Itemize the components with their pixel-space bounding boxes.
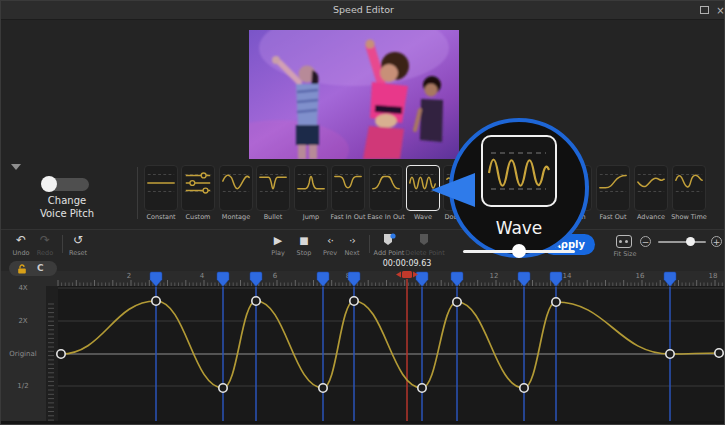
keyframe-marker[interactable] <box>416 272 428 287</box>
keyframe-marker[interactable] <box>518 272 530 287</box>
curve-control-point[interactable] <box>453 298 461 306</box>
curve-control-point[interactable] <box>715 349 723 357</box>
keyframe-marker[interactable] <box>451 272 463 287</box>
keyframe-marker[interactable] <box>348 272 360 287</box>
keyframe-marker[interactable] <box>317 272 329 287</box>
curve-control-point[interactable] <box>252 297 260 305</box>
add-point-button[interactable]: Add Point <box>371 233 407 257</box>
preset-tile-constant[interactable] <box>144 165 178 211</box>
stop-icon: ■ <box>290 233 318 248</box>
next-icon: ·› <box>338 233 366 248</box>
preset-curve-icon <box>673 166 705 200</box>
preset-tile-advance[interactable] <box>634 165 668 211</box>
speed-curve-svg <box>1 270 725 423</box>
preset-curve-icon <box>295 166 327 200</box>
preset-label: Show Time <box>662 213 716 221</box>
magnifier-pointer-arrow <box>431 173 475 211</box>
preset-row: ConstantCustomMontageBulletJumpFast In O… <box>1 1 725 229</box>
magnified-wave-tile <box>481 135 557 207</box>
keyframe-marker[interactable] <box>150 272 162 287</box>
curve-control-point[interactable] <box>219 384 227 392</box>
fit-size-icon[interactable] <box>616 235 632 248</box>
keyframe-marker[interactable] <box>550 272 562 287</box>
speed-curve-path <box>61 301 719 388</box>
preview-zoom-slider[interactable] <box>658 241 706 243</box>
preset-tile-fast-out[interactable] <box>596 165 630 211</box>
toolbar-divider <box>369 235 370 253</box>
reset-icon: ↺ <box>64 233 92 248</box>
preset-tile-bullet[interactable] <box>256 165 290 211</box>
zoom-slider-knob[interactable] <box>686 237 695 246</box>
preset-tile-montage[interactable] <box>219 165 253 211</box>
curve-control-point[interactable] <box>666 350 674 358</box>
curve-control-point[interactable] <box>319 384 327 392</box>
close-icon[interactable]: × <box>716 6 725 15</box>
preset-tile-custom[interactable] <box>181 165 215 211</box>
playhead-handle[interactable] <box>396 271 418 278</box>
reset-button[interactable]: ↺ Reset <box>64 233 92 257</box>
zoom-out-icon[interactable]: − <box>640 236 651 247</box>
preset-tile-ease-in-out[interactable] <box>369 165 403 211</box>
next-button[interactable]: ·› Next <box>338 233 366 257</box>
delete-point-button[interactable]: Delete Point <box>405 233 445 257</box>
preset-tile-show-time[interactable] <box>672 165 706 211</box>
delete-point-icon <box>405 233 445 248</box>
curve-control-point[interactable] <box>418 384 426 392</box>
window-title: Speed Editor <box>1 4 725 15</box>
keyframe-marker[interactable] <box>250 272 262 287</box>
stop-button[interactable]: ■ Stop <box>290 233 318 257</box>
preset-curve-icon <box>145 166 177 200</box>
preset-curve-icon <box>370 166 402 200</box>
keyframe-marker[interactable] <box>217 272 229 287</box>
toolbar: ↶ Undo ↷ Redo ↺ Reset ▶ Play ■ Stop ‹· P… <box>1 229 725 259</box>
play-icon: ▶ <box>264 233 292 248</box>
play-button[interactable]: ▶ Play <box>264 233 292 257</box>
preset-curve-icon <box>635 166 667 200</box>
maximize-icon[interactable] <box>700 6 709 14</box>
fit-size-label: Fit Size <box>605 250 645 258</box>
preset-tile-fast-in-out[interactable] <box>331 165 365 211</box>
keyframe-marker[interactable] <box>664 272 676 287</box>
title-bar: Speed Editor × <box>1 1 725 20</box>
preset-curve-icon <box>220 166 252 200</box>
preset-tile-jump[interactable] <box>294 165 328 211</box>
curve-control-point[interactable] <box>350 297 358 305</box>
magnified-wave-curve <box>489 160 549 186</box>
speed-editor-window: Speed Editor × <box>0 0 725 425</box>
redo-icon: ↷ <box>31 233 59 248</box>
curve-control-point[interactable] <box>152 297 160 305</box>
preset-curve-icon <box>332 166 364 200</box>
preset-curve-icon <box>182 166 214 200</box>
add-point-icon <box>371 233 407 248</box>
redo-button[interactable]: ↷ Redo <box>31 233 59 257</box>
toolbar-divider <box>62 235 63 253</box>
magnifier-label: Wave <box>449 218 589 238</box>
curve-control-point[interactable] <box>552 298 560 306</box>
magnifier-slider-knob[interactable] <box>512 244 526 258</box>
time-display: 00:00:09.63 <box>371 259 443 268</box>
curve-control-point[interactable] <box>520 384 528 392</box>
curve-control-point[interactable] <box>57 350 65 358</box>
zoom-in-icon[interactable]: + <box>711 236 722 247</box>
preset-curve-icon <box>257 166 289 200</box>
preset-curve-icon <box>597 166 629 200</box>
